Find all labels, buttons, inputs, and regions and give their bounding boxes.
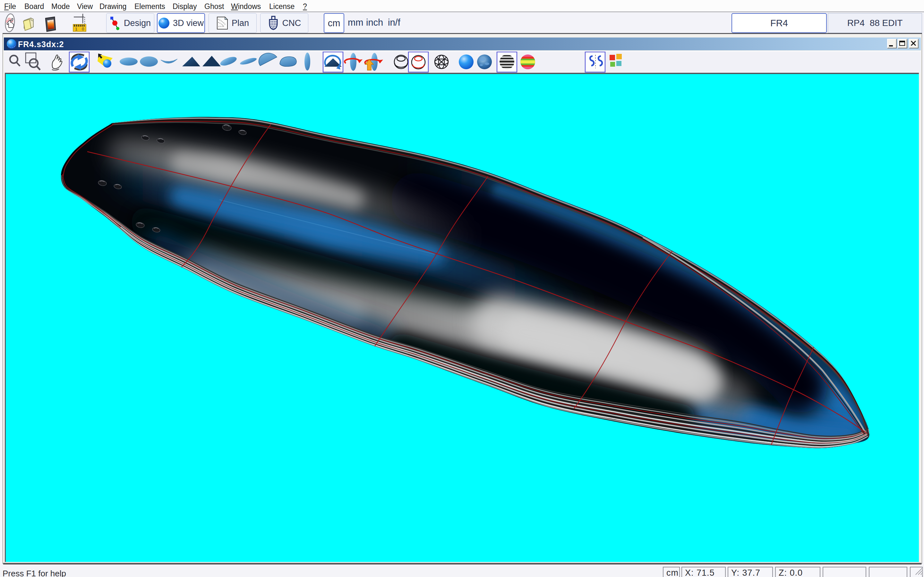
svg-text:0: 0: [82, 27, 84, 31]
svg-text:1: 1: [75, 27, 78, 31]
